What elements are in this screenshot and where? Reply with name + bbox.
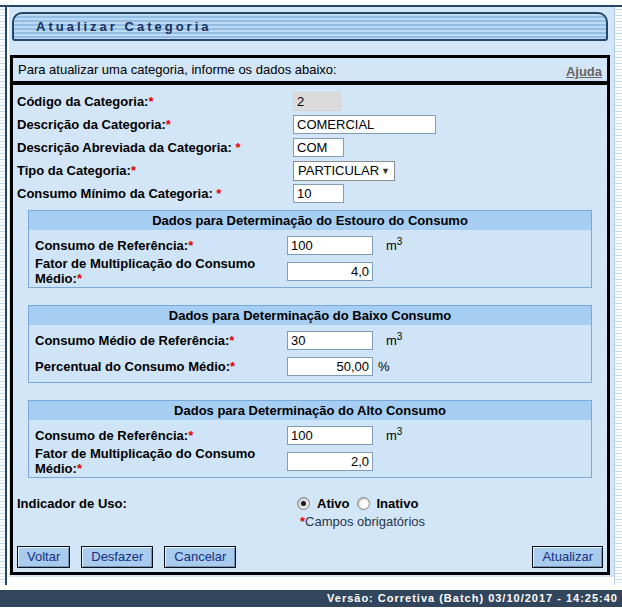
unit-m3: m3 — [386, 236, 402, 253]
descricao-abreviada-label: Descrição Abreviada da Categoria: * — [17, 140, 293, 155]
baixo-percentual-consumo-medio-input[interactable] — [287, 357, 373, 376]
required-asterisk: * — [77, 271, 82, 286]
baixo-consumo-medio-referencia-input[interactable] — [287, 331, 373, 350]
field-row-consumo-minimo: Consumo Mínimo da Categoria: * — [16, 182, 604, 205]
section-row: Fator de Multiplicação do Consumo Médio:… — [29, 258, 591, 284]
required-asterisk: * — [235, 140, 240, 155]
section-row: Percentual do Consumo Médio:* % — [29, 353, 591, 379]
descricao-categoria-label: Descrição da Categoria:* — [17, 117, 293, 132]
baixo-percentual-consumo-medio-label: Percentual do Consumo Médio:* — [35, 359, 287, 374]
codigo-categoria-input — [293, 92, 341, 111]
atualizar-button[interactable]: Atualizar — [532, 546, 603, 568]
left-edge-pattern — [0, 7, 7, 585]
descricao-categoria-input[interactable] — [293, 115, 436, 134]
radio-ativo[interactable] — [297, 497, 310, 510]
instruction-text: Para atualizar uma categoria, informe os… — [18, 62, 337, 77]
field-row-descricao: Descrição da Categoria:* — [16, 113, 604, 136]
section-estouro-header: Dados para Determinação do Estouro do Co… — [29, 211, 591, 230]
radio-ativo-label[interactable]: Ativo — [317, 496, 350, 511]
desfazer-button[interactable]: Desfazer — [81, 546, 153, 568]
section-estouro-consumo: Dados para Determinação do Estouro do Co… — [28, 210, 592, 288]
estouro-consumo-referencia-input[interactable] — [287, 236, 373, 255]
required-fields-note: *Campos obrigatórios — [300, 514, 607, 531]
required-asterisk: * — [188, 428, 193, 443]
tipo-categoria-select[interactable]: PARTICULAR ▼ — [293, 161, 395, 181]
help-link[interactable]: Ajuda — [566, 64, 602, 79]
instruction-row: Para atualizar uma categoria, informe os… — [13, 58, 607, 85]
required-asterisk: * — [230, 359, 235, 374]
section-baixo-consumo: Dados para Determinação do Baixo Consumo… — [28, 305, 592, 383]
alto-consumo-referencia-input[interactable] — [287, 426, 373, 445]
section-row: Consumo de Referência:* m3 — [29, 422, 591, 448]
alto-consumo-referencia-label: Consumo de Referência:* — [35, 428, 287, 443]
radio-inativo-label[interactable]: Inativo — [377, 496, 419, 511]
section-alto-consumo: Dados para Determinação do Alto Consumo … — [28, 400, 592, 478]
required-asterisk: * — [216, 186, 221, 201]
section-baixo-header: Dados para Determinação do Baixo Consumo — [29, 306, 591, 325]
unit-m3: m3 — [386, 331, 402, 348]
alto-fator-multiplicacao-input[interactable] — [287, 452, 373, 471]
estouro-fator-multiplicacao-label: Fator de Multiplicação do Consumo Médio:… — [35, 256, 287, 286]
estouro-consumo-referencia-label: Consumo de Referência:* — [35, 238, 287, 253]
unit-percent: % — [378, 357, 390, 374]
required-asterisk: * — [148, 94, 153, 109]
consumo-minimo-label: Consumo Mínimo da Categoria: * — [17, 186, 293, 201]
section-row: Consumo Médio de Referência:* m3 — [29, 327, 591, 353]
section-alto-header: Dados para Determinação do Alto Consumo — [29, 401, 591, 420]
estouro-fator-multiplicacao-input[interactable] — [287, 262, 373, 281]
baixo-consumo-medio-referencia-label: Consumo Médio de Referência:* — [35, 333, 287, 348]
voltar-button[interactable]: Voltar — [17, 546, 70, 568]
tipo-categoria-label: Tipo da Categoria:* — [17, 163, 293, 178]
indicador-uso-radio-group: Ativo Inativo — [297, 496, 418, 511]
indicador-uso-row: Indicador de Uso: Ativo Inativo — [13, 494, 607, 512]
required-asterisk: * — [188, 238, 193, 253]
indicador-uso-label: Indicador de Uso: — [17, 496, 293, 511]
descricao-abreviada-input[interactable] — [293, 138, 344, 157]
form-buttons-row: Voltar Desfazer Cancelar Atualizar — [17, 546, 603, 568]
radio-inativo[interactable] — [357, 497, 370, 510]
consumo-minimo-input[interactable] — [293, 184, 344, 203]
codigo-categoria-label: Código da Categoria:* — [17, 94, 293, 109]
required-asterisk: * — [77, 461, 82, 476]
field-row-descricao-abreviada: Descrição Abreviada da Categoria: * — [16, 136, 604, 159]
page-title: Atualizar Categoria — [36, 19, 211, 34]
update-category-form: Para atualizar uma categoria, informe os… — [10, 55, 610, 575]
tipo-categoria-selected-value: PARTICULAR — [298, 163, 379, 178]
section-row: Consumo de Referência:* m3 — [29, 232, 591, 258]
page-title-bar: Atualizar Categoria — [12, 12, 608, 41]
required-asterisk: * — [166, 117, 171, 132]
required-asterisk: * — [131, 163, 136, 178]
right-edge-pattern — [614, 7, 622, 585]
field-row-tipo: Tipo da Categoria:* PARTICULAR ▼ — [16, 159, 604, 182]
top-fields: Código da Categoria:* Descrição da Categ… — [13, 85, 607, 205]
dropdown-arrow-icon: ▼ — [381, 166, 390, 176]
version-footer: Versão: Corretiva (Batch) 03/10/2017 - 1… — [0, 590, 622, 607]
main-content-area: Atualizar Categoria Para atualizar uma c… — [9, 7, 614, 577]
field-row-codigo: Código da Categoria:* — [16, 90, 604, 113]
cancelar-button[interactable]: Cancelar — [164, 546, 236, 568]
version-text: Versão: Corretiva (Batch) 03/10/2017 - 1… — [327, 592, 618, 604]
alto-fator-multiplicacao-label: Fator de Multiplicação do Consumo Médio:… — [35, 446, 287, 476]
section-row: Fator de Multiplicação do Consumo Médio:… — [29, 448, 591, 474]
unit-m3: m3 — [386, 426, 402, 443]
required-asterisk: * — [229, 333, 234, 348]
